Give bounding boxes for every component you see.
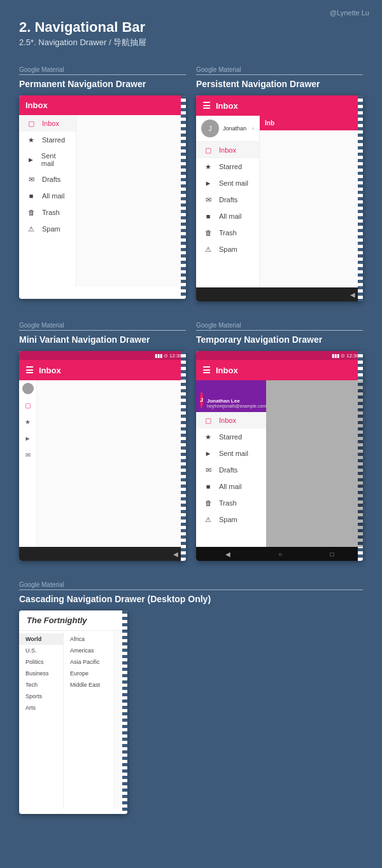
back-icon-mini[interactable]: ◀ [173, 551, 178, 558]
cascade-body: World U.S. Politics Business Tech Sports… [19, 631, 127, 809]
status-bar-mini: ▮▮▮ ⊙ 12:30 [19, 351, 186, 360]
persist-nav-sentmail[interactable]: ► Sent mail [196, 175, 259, 191]
persist-username: Jonathan [223, 125, 246, 132]
temp-star-icon: ★ [204, 432, 213, 441]
persist-content-header: Inb [260, 116, 363, 130]
temp-nav-sentmail[interactable]: ► Sent mail [196, 445, 266, 462]
status-bar-temp: ▮▮▮ ⊙ 12:30 [196, 351, 363, 360]
persist-nav-allmail[interactable]: ■ All mail [196, 208, 259, 224]
nav-item-trash[interactable]: 🗑 Trash [19, 204, 76, 221]
bottom-bar-persistent: ◀ [196, 287, 363, 301]
menu-icon-mini[interactable]: ☰ [25, 365, 34, 375]
persist-nav-trash[interactable]: 🗑 Trash [196, 224, 259, 241]
section-mini: Google Material Mini Variant Navigation … [19, 322, 186, 561]
cascade-item-middleeast[interactable]: Middle East [64, 679, 114, 691]
temp-home-btn[interactable]: ○ [278, 551, 282, 558]
send-icon: ► [27, 155, 35, 164]
zigzag-right-permanent [181, 95, 186, 299]
mini-content-area [37, 380, 186, 547]
label-persistent: Persistent Navigation Drawer [196, 79, 363, 89]
nav-label-drafts: Drafts [42, 176, 60, 183]
persist-nav-label-drafts: Drafts [219, 196, 237, 203]
temp-nav-spam[interactable]: ⚠ Spam [196, 511, 266, 528]
nav-item-starred[interactable]: ★ Starred [19, 132, 76, 148]
cascade-item-arts[interactable]: Arts [19, 702, 63, 713]
nav-item-drafts[interactable]: ✉ Drafts [19, 171, 76, 188]
cascade-item-europe[interactable]: Europe [64, 668, 114, 679]
temp-allmail-icon: ■ [204, 482, 213, 491]
inbox-icon: ▢ [27, 119, 36, 128]
mini-icon-inbox[interactable]: ▢ [22, 399, 34, 411]
persist-star-icon: ★ [204, 162, 213, 171]
nav-label-trash: Trash [42, 209, 60, 216]
cascade-item-africa[interactable]: Africa [64, 633, 114, 645]
mini-icon-send[interactable]: ► [22, 432, 34, 444]
appbar-permanent-title: Inbox [25, 100, 48, 110]
cascade-col2: Africa Americas Asia Pacific Europe Midd… [64, 631, 115, 809]
perm-drawer: ▢ Inbox ★ Starred ► Sent mail ✉ Drafts [19, 115, 76, 287]
persist-spam-icon: ⚠ [204, 245, 213, 254]
temp-user-name: Jonathan Lee [207, 398, 266, 404]
mini-icon-drafts[interactable]: ✉ [22, 449, 34, 460]
temp-nav-label-starred: Starred [219, 433, 242, 441]
nav-item-inbox[interactable]: ▢ Inbox [19, 115, 76, 132]
persist-close-icon[interactable]: ‹ [252, 125, 254, 132]
persist-drafts-icon: ✉ [204, 195, 213, 204]
appbar-permanent: Inbox [19, 95, 186, 115]
zigzag-right-persistent [358, 95, 363, 301]
section-permanent: Google Material Permanent Navigation Dra… [19, 66, 186, 301]
status-icons-mini: ▮▮▮ ⊙ 12:30 [155, 353, 182, 359]
temp-nav-allmail[interactable]: ■ All mail [196, 478, 266, 495]
phone-cascading: The Fortnightly World U.S. Politics Busi… [19, 610, 127, 814]
appbar-mini-title: Inbox [39, 366, 61, 375]
cascade-item-business[interactable]: Business [19, 668, 63, 679]
row-mini-temporary: Google Material Mini Variant Navigation … [19, 322, 363, 561]
label-permanent: Permanent Navigation Drawer [19, 79, 186, 89]
temp-nav-inbox[interactable]: ▢ Inbox [196, 412, 266, 429]
menu-icon-persistent[interactable]: ☰ [202, 100, 211, 111]
temp-drawer-user: Jonathan Lee heyfromjonath@example.com [207, 398, 266, 408]
persist-nav-drafts[interactable]: ✉ Drafts [196, 191, 259, 208]
temp-nav-trash[interactable]: 🗑 Trash [196, 495, 266, 511]
cascade-item-sports[interactable]: Sports [19, 691, 63, 702]
cascade-item-americas[interactable]: Americas [64, 645, 114, 656]
appbar-mini: ☰ Inbox [19, 360, 186, 380]
nav-label-spam: Spam [42, 225, 60, 233]
temp-overview-btn[interactable]: □ [330, 551, 334, 558]
nav-item-spam[interactable]: ⚠ Spam [19, 221, 76, 237]
persist-nav-inbox[interactable]: ▢ Inbox [196, 142, 259, 158]
nav-item-allmail[interactable]: ■ All mail [19, 188, 76, 204]
status-icons-temp: ▮▮▮ ⊙ 12:30 [332, 353, 359, 359]
mini-icon-starred[interactable]: ★ [22, 416, 34, 427]
section-cascading: Google Material Cascading Navigation Dra… [19, 581, 363, 814]
persist-nav-spam[interactable]: ⚠ Spam [196, 241, 259, 258]
cascade-item-us[interactable]: U.S. [19, 645, 63, 656]
persist-nav-label-sentmail: Sent mail [219, 179, 248, 187]
temp-nav-starred[interactable]: ★ Starred [196, 429, 266, 445]
cascade-item-asiapacific[interactable]: Asia Pacific [64, 656, 114, 668]
menu-icon-temp[interactable]: ☰ [202, 365, 211, 375]
nav-label-starred: Starred [42, 136, 65, 144]
cascade-item-world[interactable]: World [19, 633, 63, 645]
nav-item-sentmail[interactable]: ► Sent mail [19, 148, 76, 171]
phone-persistent: ☰ Inbox J Jonathan ‹ ▢ Inbox [196, 95, 363, 301]
persist-nav-starred[interactable]: ★ Starred [196, 158, 259, 175]
temp-nav-label-inbox: Inbox [219, 417, 236, 424]
section-temporary: Google Material Temporary Navigation Dra… [196, 322, 363, 561]
phone-temporary: ▮▮▮ ⊙ 12:30 ☰ Inbox J Jonathan Lee [196, 351, 363, 561]
temp-back-btn[interactable]: ◀ [225, 551, 230, 558]
temp-nav-label-drafts: Drafts [219, 466, 237, 474]
temp-drawer-avatar: J [200, 392, 203, 408]
persist-send-icon: ► [204, 179, 213, 188]
label-mini: Mini Variant Navigation Drawer [19, 334, 186, 345]
page-subtitle: 2.5*. Navigation Drawer / 导航抽屉 [19, 37, 363, 48]
temp-nav-drafts[interactable]: ✉ Drafts [196, 462, 266, 478]
mini-sidebar: ▢ ★ ► ✉ [19, 380, 37, 547]
persist-nav-label-starred: Starred [219, 163, 242, 170]
back-icon-persistent[interactable]: ◀ [350, 291, 355, 298]
cascade-item-tech[interactable]: Tech [19, 679, 63, 691]
temp-nav-label-trash: Trash [219, 499, 237, 507]
cascade-item-politics[interactable]: Politics [19, 656, 63, 668]
zigzag-right-mini [181, 351, 186, 561]
source-permanent: Google Material [19, 66, 186, 75]
